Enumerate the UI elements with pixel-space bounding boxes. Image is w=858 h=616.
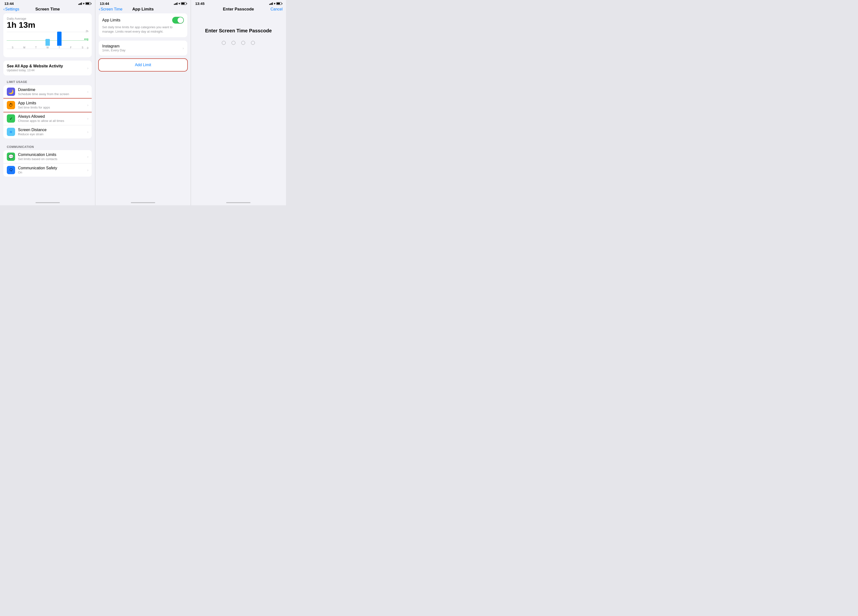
wifi-icon-3: ▾ bbox=[274, 2, 275, 5]
status-bar-2: 13:44 ▾ bbox=[95, 0, 190, 6]
cancel-button-3[interactable]: Cancel bbox=[270, 7, 283, 11]
signal-icon-1 bbox=[78, 2, 82, 5]
app-limits-text: App Limits Set time limits for apps bbox=[18, 101, 87, 109]
bar-t2 bbox=[57, 32, 62, 46]
screen-distance-text: Screen Distance Reduce eye strain bbox=[18, 128, 87, 136]
list-item-comm-limits[interactable]: 💬 Communication Limits Set limits based … bbox=[3, 150, 92, 163]
see-all-text: See All App & Website Activity Updated t… bbox=[7, 64, 63, 72]
comm-limits-sub: Set limits based on contacts bbox=[18, 157, 87, 161]
see-all-sub: Updated today, 13:44 bbox=[7, 68, 63, 72]
bar-day-s1: S bbox=[12, 46, 14, 49]
list-item-always-allowed[interactable]: ✓ Always Allowed Choose apps to allow at… bbox=[3, 112, 92, 125]
toggle-knob bbox=[177, 17, 183, 23]
list-item-downtime[interactable]: 🌙 Downtime Schedule time away from the s… bbox=[3, 85, 92, 98]
bar-col-s1: S bbox=[11, 46, 15, 49]
bar-col-f: F bbox=[68, 46, 73, 49]
toggle-label: App Limits bbox=[102, 18, 120, 22]
instagram-info: Instagram 1min, Every Day bbox=[102, 44, 125, 52]
passcode-dot-3 bbox=[241, 41, 245, 45]
downtime-sub: Schedule time away from the screen bbox=[18, 92, 87, 96]
status-time-2: 13:44 bbox=[100, 2, 109, 6]
chevron-right-comm-safety: › bbox=[87, 168, 89, 172]
back-label-2: Screen Time bbox=[101, 7, 123, 11]
bar-day-s2: S bbox=[82, 46, 84, 49]
bar-w bbox=[45, 39, 50, 46]
section-header-comm: COMMUNICATION bbox=[0, 142, 95, 150]
signal-icon-2 bbox=[174, 2, 177, 5]
status-icons-3: ▾ bbox=[269, 2, 281, 5]
comm-limits-icon: 💬 bbox=[7, 152, 15, 161]
battery-icon-1 bbox=[85, 2, 91, 5]
battery-icon-2 bbox=[181, 2, 186, 5]
chevron-right-instagram: › bbox=[183, 46, 184, 50]
toggle-row: App Limits bbox=[102, 17, 183, 23]
bar-col-t2: T bbox=[57, 32, 62, 49]
always-allowed-icon: ✓ bbox=[7, 114, 15, 123]
comm-safety-icon: 🗨 bbox=[7, 166, 15, 174]
add-limit-card: Add Limit bbox=[99, 59, 187, 71]
communication-list: 💬 Communication Limits Set limits based … bbox=[3, 150, 92, 177]
see-all-title: See All App & Website Activity bbox=[7, 64, 63, 68]
app-limits-toggle[interactable] bbox=[172, 17, 184, 23]
back-button-2[interactable]: ‹ Screen Time bbox=[99, 7, 122, 11]
status-icons-1: ▾ bbox=[78, 2, 91, 5]
status-icons-2: ▾ bbox=[174, 2, 186, 5]
limit-usage-list: 🌙 Downtime Schedule time away from the s… bbox=[3, 85, 92, 138]
downtime-title: Downtime bbox=[18, 87, 87, 92]
battery-icon-3 bbox=[276, 2, 281, 5]
instagram-row: Instagram 1min, Every Day › bbox=[99, 40, 187, 56]
add-limit-text: Add Limit bbox=[135, 63, 151, 67]
chevron-right-always-allowed: › bbox=[87, 117, 89, 120]
daily-label: Daily Average bbox=[7, 17, 88, 20]
status-bar-3: 13:45 ▾ bbox=[191, 0, 286, 6]
back-button-1[interactable]: ‹ Settings bbox=[3, 7, 19, 11]
chevron-left-icon-1: ‹ bbox=[3, 7, 5, 11]
see-all-row[interactable]: See All App & Website Activity Updated t… bbox=[3, 61, 92, 75]
list-item-app-limits[interactable]: ⏱ App Limits Set time limits for apps › bbox=[3, 98, 92, 112]
passcode-dot-1 bbox=[222, 41, 226, 45]
bar-col-m: M bbox=[22, 46, 26, 49]
app-limits-panel: 13:44 ▾ ‹ Screen Time App Limits App Lim… bbox=[95, 0, 190, 205]
bar-col-s2: S bbox=[80, 46, 85, 49]
app-limits-toggle-card: App Limits Set daily time limits for app… bbox=[99, 13, 187, 37]
downtime-icon: 🌙 bbox=[7, 87, 15, 96]
comm-limits-text: Communication Limits Set limits based on… bbox=[18, 152, 87, 161]
daily-card: Daily Average 1h 13m 2h 0 avg bbox=[3, 13, 92, 57]
bar-day-t2: T bbox=[58, 46, 60, 49]
bar-day-w: W bbox=[47, 46, 49, 49]
passcode-title: Enter Screen Time Passcode bbox=[205, 28, 272, 34]
screen-distance-title: Screen Distance bbox=[18, 128, 87, 132]
chevron-right-app-limits: › bbox=[87, 103, 89, 107]
bars-container: S M T W T bbox=[7, 32, 88, 49]
chevron-right-see-all: › bbox=[87, 66, 89, 70]
comm-safety-text: Communication Safety On bbox=[18, 166, 87, 174]
passcode-dot-2 bbox=[232, 41, 235, 45]
status-time-3: 13:45 bbox=[195, 2, 205, 6]
nav-bar-3: Enter Passcode Cancel bbox=[191, 6, 286, 13]
wifi-icon-2: ▾ bbox=[179, 2, 180, 5]
screen-time-scroll: Daily Average 1h 13m 2h 0 avg bbox=[0, 13, 95, 201]
list-item-comm-safety[interactable]: 🗨 Communication Safety On › bbox=[3, 163, 92, 177]
instagram-card[interactable]: Instagram 1min, Every Day › bbox=[99, 40, 187, 56]
bar-day-m: M bbox=[23, 46, 25, 49]
comm-limits-title: Communication Limits bbox=[18, 152, 87, 157]
status-bar-1: 13:44 ▾ bbox=[0, 0, 95, 6]
bar-col-t1: T bbox=[34, 46, 38, 49]
chart-area: 2h 0 avg S M bbox=[7, 32, 88, 54]
passcode-panel: 13:45 ▾ Enter Passcode Cancel Enter Scre… bbox=[191, 0, 286, 205]
add-limit-button[interactable]: Add Limit bbox=[99, 59, 187, 71]
app-limits-icon: ⏱ bbox=[7, 101, 15, 109]
chevron-right-screen-distance: › bbox=[87, 130, 89, 134]
list-item-screen-distance[interactable]: ≋ Screen Distance Reduce eye strain › bbox=[3, 125, 92, 138]
signal-icon-3 bbox=[269, 2, 273, 5]
app-limits-title: App Limits bbox=[18, 101, 87, 105]
section-header-limit: LIMIT USAGE bbox=[0, 77, 95, 85]
always-allowed-title: Always Allowed bbox=[18, 114, 87, 119]
bar-day-f: F bbox=[70, 46, 72, 49]
chevron-right-downtime: › bbox=[87, 90, 89, 94]
app-limits-sub: Set time limits for apps bbox=[18, 106, 87, 109]
instagram-name: Instagram bbox=[102, 44, 125, 48]
daily-time: 1h 13m bbox=[7, 20, 88, 30]
bar-day-t1: T bbox=[35, 46, 37, 49]
downtime-text: Downtime Schedule time away from the scr… bbox=[18, 87, 87, 96]
